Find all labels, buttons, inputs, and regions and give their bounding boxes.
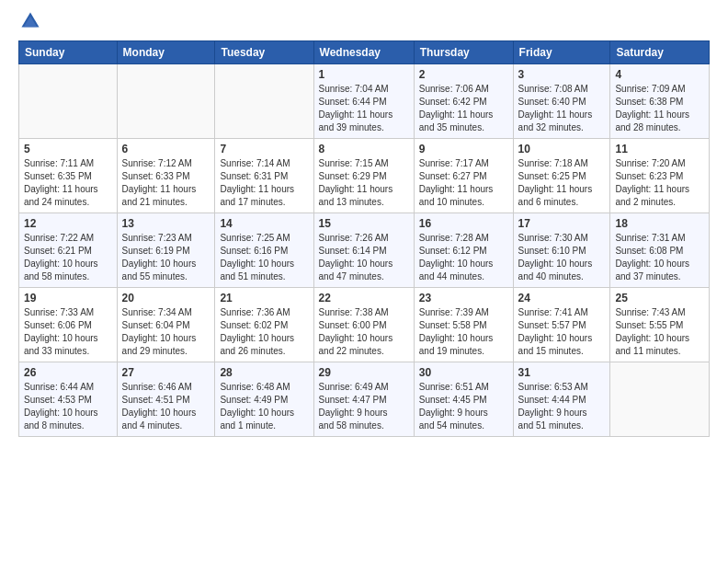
weekday-monday: Monday <box>117 41 215 64</box>
day-info: Sunrise: 7:30 AMSunset: 6:10 PMDaylight:… <box>518 232 606 283</box>
day-number: 16 <box>419 217 508 230</box>
day-info: Sunrise: 6:48 AMSunset: 4:49 PMDaylight:… <box>220 381 308 432</box>
day-info: Sunrise: 7:28 AMSunset: 6:12 PMDaylight:… <box>419 232 508 283</box>
day-cell: 21Sunrise: 7:36 AMSunset: 6:02 PMDayligh… <box>215 288 313 362</box>
week-row-5: 26Sunrise: 6:44 AMSunset: 4:53 PMDayligh… <box>19 362 710 437</box>
day-info: Sunrise: 7:22 AMSunset: 6:21 PMDaylight:… <box>24 232 112 283</box>
day-number: 13 <box>122 217 210 230</box>
day-cell: 7Sunrise: 7:14 AMSunset: 6:31 PMDaylight… <box>215 139 313 213</box>
day-info: Sunrise: 7:06 AMSunset: 6:42 PMDaylight:… <box>419 83 508 134</box>
day-number: 12 <box>24 217 112 230</box>
day-cell: 26Sunrise: 6:44 AMSunset: 4:53 PMDayligh… <box>19 362 118 437</box>
day-info: Sunrise: 7:31 AMSunset: 6:08 PMDaylight:… <box>615 232 704 283</box>
day-number: 30 <box>419 366 508 379</box>
day-cell: 25Sunrise: 7:43 AMSunset: 5:55 PMDayligh… <box>610 288 710 362</box>
weekday-wednesday: Wednesday <box>313 41 414 64</box>
week-row-1: 1Sunrise: 7:04 AMSunset: 6:44 PMDaylight… <box>19 64 710 139</box>
day-number: 22 <box>319 292 409 304</box>
calendar: SundayMondayTuesdayWednesdayThursdayFrid… <box>18 40 710 437</box>
day-cell: 27Sunrise: 6:46 AMSunset: 4:51 PMDayligh… <box>117 362 215 437</box>
day-cell: 5Sunrise: 7:11 AMSunset: 6:35 PMDaylight… <box>19 139 118 213</box>
day-info: Sunrise: 7:15 AMSunset: 6:29 PMDaylight:… <box>319 157 409 209</box>
day-info: Sunrise: 7:04 AMSunset: 6:44 PMDaylight:… <box>319 83 409 134</box>
day-cell: 28Sunrise: 6:48 AMSunset: 4:49 PMDayligh… <box>215 362 313 437</box>
weekday-sunday: Sunday <box>19 41 118 64</box>
day-info: Sunrise: 7:18 AMSunset: 6:25 PMDaylight:… <box>518 157 606 209</box>
day-number: 28 <box>220 366 308 379</box>
day-number: 5 <box>24 143 112 155</box>
day-info: Sunrise: 7:39 AMSunset: 5:58 PMDaylight:… <box>419 306 508 358</box>
day-number: 4 <box>615 68 704 81</box>
day-info: Sunrise: 6:53 AMSunset: 4:44 PMDaylight:… <box>518 381 606 432</box>
logo <box>18 15 40 31</box>
week-row-3: 12Sunrise: 7:22 AMSunset: 6:21 PMDayligh… <box>19 213 710 288</box>
day-number: 19 <box>24 292 112 304</box>
day-number: 10 <box>518 143 606 155</box>
day-info: Sunrise: 7:20 AMSunset: 6:23 PMDaylight:… <box>615 157 704 209</box>
day-info: Sunrise: 6:46 AMSunset: 4:51 PMDaylight:… <box>122 381 210 432</box>
day-cell: 10Sunrise: 7:18 AMSunset: 6:25 PMDayligh… <box>513 139 610 213</box>
day-number: 17 <box>518 217 606 230</box>
day-number: 3 <box>518 68 606 81</box>
day-cell: 24Sunrise: 7:41 AMSunset: 5:57 PMDayligh… <box>513 288 610 362</box>
day-cell: 18Sunrise: 7:31 AMSunset: 6:08 PMDayligh… <box>610 213 710 288</box>
day-info: Sunrise: 7:11 AMSunset: 6:35 PMDaylight:… <box>24 157 112 209</box>
day-number: 27 <box>122 366 210 379</box>
weekday-friday: Friday <box>513 41 610 64</box>
week-row-2: 5Sunrise: 7:11 AMSunset: 6:35 PMDaylight… <box>19 139 710 213</box>
day-cell: 17Sunrise: 7:30 AMSunset: 6:10 PMDayligh… <box>513 213 610 288</box>
day-cell: 20Sunrise: 7:34 AMSunset: 6:04 PMDayligh… <box>117 288 215 362</box>
day-info: Sunrise: 6:49 AMSunset: 4:47 PMDaylight:… <box>319 381 409 432</box>
day-number: 2 <box>419 68 508 81</box>
day-info: Sunrise: 7:36 AMSunset: 6:02 PMDaylight:… <box>220 306 308 358</box>
day-cell <box>215 64 313 139</box>
day-number: 1 <box>319 68 409 81</box>
day-cell: 19Sunrise: 7:33 AMSunset: 6:06 PMDayligh… <box>19 288 118 362</box>
day-number: 29 <box>319 366 409 379</box>
day-info: Sunrise: 7:25 AMSunset: 6:16 PMDaylight:… <box>220 232 308 283</box>
day-cell: 8Sunrise: 7:15 AMSunset: 6:29 PMDaylight… <box>313 139 414 213</box>
day-number: 25 <box>615 292 704 304</box>
day-number: 31 <box>518 366 606 379</box>
day-info: Sunrise: 7:41 AMSunset: 5:57 PMDaylight:… <box>518 306 606 358</box>
weekday-saturday: Saturday <box>610 41 710 64</box>
day-cell: 31Sunrise: 6:53 AMSunset: 4:44 PMDayligh… <box>513 362 610 437</box>
day-number: 21 <box>220 292 308 304</box>
day-info: Sunrise: 7:14 AMSunset: 6:31 PMDaylight:… <box>220 157 308 209</box>
day-cell: 9Sunrise: 7:17 AMSunset: 6:27 PMDaylight… <box>414 139 513 213</box>
day-cell: 6Sunrise: 7:12 AMSunset: 6:33 PMDaylight… <box>117 139 215 213</box>
day-cell: 3Sunrise: 7:08 AMSunset: 6:40 PMDaylight… <box>513 64 610 139</box>
day-number: 24 <box>518 292 606 304</box>
day-info: Sunrise: 7:43 AMSunset: 5:55 PMDaylight:… <box>615 306 704 358</box>
day-number: 15 <box>319 217 409 230</box>
day-number: 14 <box>220 217 308 230</box>
day-cell <box>610 362 710 437</box>
day-cell: 2Sunrise: 7:06 AMSunset: 6:42 PMDaylight… <box>414 64 513 139</box>
day-cell: 12Sunrise: 7:22 AMSunset: 6:21 PMDayligh… <box>19 213 118 288</box>
day-info: Sunrise: 7:38 AMSunset: 6:00 PMDaylight:… <box>319 306 409 358</box>
header <box>18 15 710 31</box>
weekday-thursday: Thursday <box>414 41 513 64</box>
day-cell: 30Sunrise: 6:51 AMSunset: 4:45 PMDayligh… <box>414 362 513 437</box>
weekday-header-row: SundayMondayTuesdayWednesdayThursdayFrid… <box>19 41 710 64</box>
day-cell: 11Sunrise: 7:20 AMSunset: 6:23 PMDayligh… <box>610 139 710 213</box>
day-number: 8 <box>319 143 409 155</box>
day-cell: 16Sunrise: 7:28 AMSunset: 6:12 PMDayligh… <box>414 213 513 288</box>
day-info: Sunrise: 6:51 AMSunset: 4:45 PMDaylight:… <box>419 381 508 432</box>
weekday-tuesday: Tuesday <box>215 41 313 64</box>
day-number: 9 <box>419 143 508 155</box>
day-number: 6 <box>122 143 210 155</box>
day-cell <box>117 64 215 139</box>
logo-icon <box>20 11 40 31</box>
day-number: 18 <box>615 217 704 230</box>
day-info: Sunrise: 7:26 AMSunset: 6:14 PMDaylight:… <box>319 232 409 283</box>
day-cell: 13Sunrise: 7:23 AMSunset: 6:19 PMDayligh… <box>117 213 215 288</box>
day-info: Sunrise: 7:09 AMSunset: 6:38 PMDaylight:… <box>615 83 704 134</box>
day-number: 11 <box>615 143 704 155</box>
day-cell: 15Sunrise: 7:26 AMSunset: 6:14 PMDayligh… <box>313 213 414 288</box>
day-info: Sunrise: 7:34 AMSunset: 6:04 PMDaylight:… <box>122 306 210 358</box>
day-cell: 29Sunrise: 6:49 AMSunset: 4:47 PMDayligh… <box>313 362 414 437</box>
day-info: Sunrise: 6:44 AMSunset: 4:53 PMDaylight:… <box>24 381 112 432</box>
day-cell: 1Sunrise: 7:04 AMSunset: 6:44 PMDaylight… <box>313 64 414 139</box>
week-row-4: 19Sunrise: 7:33 AMSunset: 6:06 PMDayligh… <box>19 288 710 362</box>
